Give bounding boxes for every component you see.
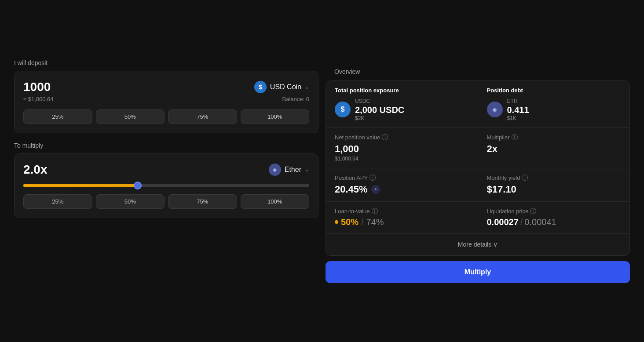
net-position-usd: $1,000.64 — [335, 156, 469, 162]
ltv-current: 50% — [341, 217, 359, 227]
exposure-amount: 2,000 USDC — [355, 105, 404, 115]
eth-icon-small: ◆ — [269, 164, 281, 176]
debt-info: ETH 0.411 $1K — [507, 98, 529, 121]
apy-info-icon[interactable]: i — [370, 175, 376, 181]
debt-col: Position debt ◆ ETH 0.411 $1K — [478, 81, 630, 127]
net-position-col: Net position value i 1,000 $1,000.64 — [326, 128, 478, 168]
multiply-slider-container — [23, 184, 309, 187]
deposit-25-btn[interactable]: 25% — [23, 109, 92, 124]
multiply-100-btn[interactable]: 100% — [241, 194, 310, 209]
debt-coin-row: ◆ ETH 0.411 $1K — [487, 98, 621, 121]
debt-amount: 0.411 — [507, 105, 529, 115]
exposure-header: Total position exposure — [335, 87, 469, 94]
eth-icon-large: ◆ — [487, 102, 503, 117]
deposit-coin-chevron: ⌄ — [305, 84, 309, 90]
exposure-usd: $2K — [355, 115, 404, 121]
ltv-info-icon[interactable]: i — [372, 208, 378, 214]
debt-ticker: ETH — [507, 98, 529, 104]
net-position-value: 1,000 — [335, 143, 469, 155]
deposit-50-btn[interactable]: 50% — [96, 109, 165, 124]
ltv-liq-row: Loan-to-value i 50% / 74% Liquidation pr… — [326, 202, 629, 234]
exposure-col: Total position exposure $ USDC 2,000 USD… — [326, 81, 478, 127]
overview-header-row: Total position exposure $ USDC 2,000 USD… — [326, 81, 629, 128]
ltv-col: Loan-to-value i 50% / 74% — [326, 202, 478, 233]
deposit-coin-selector[interactable]: $ USD Coin ⌄ — [254, 81, 309, 93]
multiply-card: 2.0x ◆ Ether ⌄ 25% 50% 75% — [14, 153, 318, 218]
liq-slash: / — [520, 217, 523, 227]
deposit-balance: Balance: 0 — [282, 96, 309, 102]
multiply-slider-thumb[interactable] — [134, 182, 142, 189]
monthly-yield-info-icon[interactable]: i — [522, 175, 528, 181]
ltv-label: Loan-to-value i — [335, 208, 469, 215]
liquidation-info-icon[interactable]: i — [530, 208, 536, 214]
exposure-coin-row: $ USDC 2,000 USDC $2K — [335, 98, 469, 121]
usdc-icon: $ — [254, 81, 267, 93]
multiply-percent-buttons: 25% 50% 75% 100% — [23, 194, 309, 209]
apy-col: Position APY i 20.45% ✦ — [326, 168, 478, 201]
multiply-value: 2.0x — [23, 163, 48, 177]
multiply-75-btn[interactable]: 75% — [168, 194, 237, 209]
overview-panel: Total position exposure $ USDC 2,000 USD… — [326, 80, 630, 256]
liquidation-label: Liquidation price i — [487, 208, 621, 215]
more-details-chevron: ∨ — [493, 241, 498, 248]
multiply-25-btn[interactable]: 25% — [23, 194, 92, 209]
exposure-info: USDC 2,000 USDC $2K — [355, 98, 404, 121]
deposit-usd-value: ≈ $1,000.64 — [23, 96, 54, 102]
multiply-coin-name: Ether — [285, 166, 301, 174]
apy-value: 20.45% — [335, 184, 368, 195]
multiplier-label: Multiplier i — [487, 134, 621, 141]
overview-label: Overview — [326, 59, 630, 80]
ltv-max: 74% — [366, 217, 384, 227]
multiply-section-label: To multiply — [14, 142, 318, 149]
ltv-value-row: 50% / 74% — [335, 217, 469, 227]
net-position-label: Net position value i — [335, 134, 469, 141]
more-details-button[interactable]: More details ∨ — [458, 241, 498, 248]
multiply-coin-chevron: ⌄ — [305, 167, 309, 173]
deposit-100-btn[interactable]: 100% — [241, 109, 310, 124]
liquidation-col: Liquidation price i 0.00027 / 0.00041 — [478, 202, 630, 233]
apy-row: 20.45% ✦ — [335, 184, 469, 195]
deposit-amount[interactable]: 1000 — [23, 80, 51, 94]
monthly-yield-value: $17.10 — [487, 184, 621, 195]
multiplier-info-icon[interactable]: i — [512, 134, 518, 140]
net-position-info-icon[interactable]: i — [382, 134, 388, 140]
ltv-dot — [335, 220, 338, 224]
multiply-coin-selector[interactable]: ◆ Ether ⌄ — [269, 164, 309, 176]
debt-usd: $1K — [507, 115, 529, 121]
debt-header: Position debt — [487, 87, 621, 94]
multiply-button[interactable]: Multiply — [326, 261, 630, 283]
net-multiplier-row: Net position value i 1,000 $1,000.64 Mul… — [326, 128, 629, 168]
apy-yield-row: Position APY i 20.45% ✦ Monthly yield i … — [326, 168, 629, 202]
multiply-slider-track[interactable] — [23, 184, 309, 187]
multiplier-col: Multiplier i 2x — [478, 128, 630, 168]
multiply-50-btn[interactable]: 50% — [96, 194, 165, 209]
liq-current: 0.00027 — [487, 217, 519, 227]
multiply-slider-fill — [23, 184, 138, 187]
more-details-row: More details ∨ — [326, 234, 629, 255]
apy-label: Position APY i — [335, 175, 469, 181]
monthly-yield-col: Monthly yield i $17.10 — [478, 168, 630, 201]
deposit-75-btn[interactable]: 75% — [168, 109, 237, 124]
usdc-icon-large: $ — [335, 102, 351, 117]
liq-max: 0.00041 — [524, 217, 556, 227]
deposit-percent-buttons: 25% 50% 75% 100% — [23, 109, 309, 124]
multiplier-value: 2x — [487, 143, 621, 155]
liquidation-value-row: 0.00027 / 0.00041 — [487, 217, 621, 227]
exposure-ticker: USDC — [355, 98, 404, 104]
ltv-slash: / — [361, 217, 364, 227]
deposit-section-label: I will deposit — [14, 59, 318, 66]
deposit-coin-name: USD Coin — [270, 83, 301, 91]
apy-icon: ✦ — [371, 185, 380, 194]
deposit-card: 1000 $ USD Coin ⌄ ≈ $1,000.64 Balance: 0… — [14, 71, 318, 133]
monthly-yield-label: Monthly yield i — [487, 175, 621, 181]
